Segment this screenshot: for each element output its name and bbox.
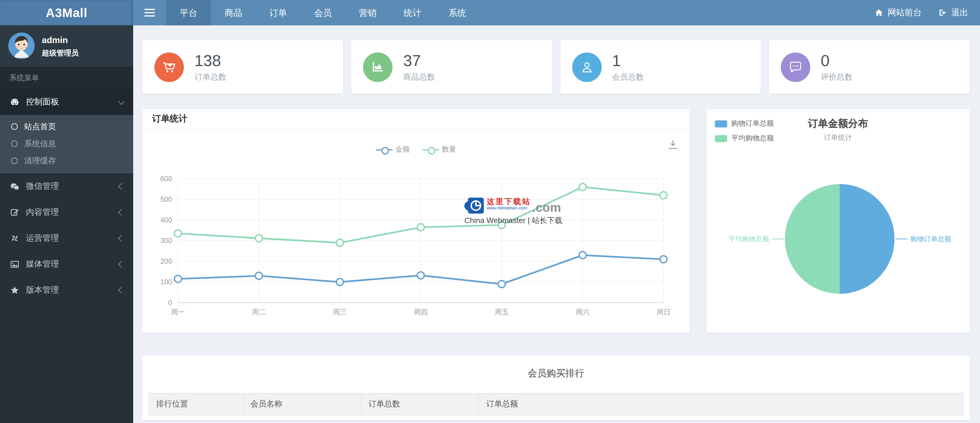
download-icon[interactable] xyxy=(667,139,679,150)
cart-plus-icon xyxy=(154,52,184,82)
stat-value: 1 xyxy=(612,52,644,70)
line-chart-area: 金额数量 0100200300400500600周一周二周三周四周五周六周日 xyxy=(143,129,689,333)
chevron-left-icon xyxy=(118,287,125,294)
pie-label-平均购物总额: 平均购物总额 xyxy=(729,235,769,243)
sidebar: admin 超级管理员 系统菜单 控制面板站点首页系统信息清理缓存微信管理内容管… xyxy=(0,26,133,423)
sidebar-item-label: 微信管理 xyxy=(26,181,59,192)
sidebar-item-微信管理[interactable]: 微信管理 xyxy=(0,174,133,200)
brand-logo[interactable]: A3Mall xyxy=(0,0,133,26)
hamburger-icon xyxy=(145,9,155,10)
svg-text:周一: 周一 xyxy=(171,308,185,316)
order-stats-panel: 订单统计 金额数量 0100200300400500600周一周二周三周四周五周… xyxy=(143,109,689,333)
legend-item-数量[interactable]: 数量 xyxy=(423,145,456,155)
sidebar-item-版本管理[interactable]: 版本管理 xyxy=(0,277,133,303)
member-ranking-panel: 会员购买排行 排行位置会员名称订单总数订单总额 xyxy=(143,356,969,420)
column-header-订单总数: 订单总数 xyxy=(361,393,479,415)
comment-icon xyxy=(781,52,810,82)
stat-label: 订单总数 xyxy=(194,72,226,82)
watermark-site-url: www.Heredown.com xyxy=(487,206,531,211)
submenu-item-label: 清理缓存 xyxy=(24,155,56,166)
column-header-会员名称: 会员名称 xyxy=(243,393,361,415)
submenu-item-label: 站点首页 xyxy=(24,121,56,132)
circle-icon xyxy=(11,140,18,147)
pie-legend-label: 购物订单总额 xyxy=(731,118,774,129)
legend-label: 数量 xyxy=(442,145,456,155)
svg-text:600: 600 xyxy=(160,175,172,183)
chevron-left-icon xyxy=(118,261,125,268)
submenu-item-站点首页[interactable]: 站点首页 xyxy=(0,118,133,135)
avatar-image xyxy=(8,32,35,59)
svg-text:0: 0 xyxy=(168,298,172,306)
legend-line-marker-icon xyxy=(423,146,439,153)
sidebar-item-控制面板[interactable]: 控制面板 xyxy=(0,89,133,115)
submenu-控制面板: 站点首页系统信息清理缓存 xyxy=(0,115,133,174)
chevron-left-icon xyxy=(118,183,125,190)
svg-text:周三: 周三 xyxy=(332,308,347,316)
home-icon xyxy=(875,8,883,17)
pie-label-购物订单总额: 购物订单总额 xyxy=(910,235,951,243)
stat-card-订单总数: 138订单总数 xyxy=(143,39,343,94)
svg-text:200: 200 xyxy=(160,257,172,265)
stat-text: 0评价总数 xyxy=(821,52,853,82)
navbar-link-label: 网站前台 xyxy=(888,7,922,18)
svg-text:300: 300 xyxy=(160,236,172,244)
sidebar-item-媒体管理[interactable]: 媒体管理 xyxy=(0,251,133,277)
navbar-link-网站前台[interactable]: 网站前台 xyxy=(875,7,922,18)
navbar-link-退出[interactable]: 退出 xyxy=(938,7,968,18)
legend-item-金额[interactable]: 金额 xyxy=(376,145,410,155)
avatar xyxy=(8,32,35,59)
circle-icon xyxy=(11,123,18,130)
line-chart-legend: 金额数量 xyxy=(143,145,689,155)
sidebar-item-label: 运营管理 xyxy=(26,233,59,244)
submenu-item-系统信息[interactable]: 系统信息 xyxy=(0,135,133,152)
gauge-icon xyxy=(10,97,19,107)
line-chart[interactable]: 0100200300400500600周一周二周三周四周五周六周日 xyxy=(143,129,689,333)
sidebar-toggle-button[interactable] xyxy=(133,0,166,26)
legend-line-marker-icon xyxy=(376,146,393,153)
stat-label: 商品总数 xyxy=(403,72,435,82)
table-header-row: 排行位置会员名称订单总数订单总额 xyxy=(149,393,963,415)
navbar-link-label: 退出 xyxy=(951,7,968,18)
user-name: admin xyxy=(42,35,79,45)
svg-text:周四: 周四 xyxy=(414,308,428,316)
chevron-left-icon xyxy=(118,235,125,242)
legend-swatch-icon xyxy=(715,135,727,142)
wechat-icon xyxy=(10,181,19,192)
submenu-item-清理缓存[interactable]: 清理缓存 xyxy=(0,152,133,169)
panels-row: 订单统计 金额数量 0100200300400500600周一周二周三周四周五周… xyxy=(143,109,969,333)
nav-tab-统计[interactable]: 统计 xyxy=(390,0,435,26)
nav-tab-平台[interactable]: 平台 xyxy=(166,0,211,26)
nav-tab-会员[interactable]: 会员 xyxy=(301,0,345,26)
stats-row: 138订单总数37商品总数1会员总数0评价总数 xyxy=(143,39,969,94)
sidebar-item-内容管理[interactable]: 内容管理 xyxy=(0,200,133,225)
nav-tab-系统[interactable]: 系统 xyxy=(435,0,480,26)
edit-icon xyxy=(10,208,19,217)
sidebar-item-label: 控制面板 xyxy=(26,97,59,107)
stat-card-会员总数: 1会员总数 xyxy=(560,39,761,94)
nav-tab-订单[interactable]: 订单 xyxy=(256,0,301,26)
legend-label: 金额 xyxy=(395,145,410,155)
nav-tab-商品[interactable]: 商品 xyxy=(211,0,256,26)
watermark-caption: China Webmaster | 站长下载 xyxy=(465,215,563,226)
svg-text:100: 100 xyxy=(160,278,172,286)
logout-icon xyxy=(938,8,947,17)
pinwheel-icon xyxy=(10,233,19,243)
svg-text:周日: 周日 xyxy=(657,308,671,316)
stat-card-商品总数: 37商品总数 xyxy=(352,39,552,94)
sidebar-item-label: 内容管理 xyxy=(26,207,59,218)
sidebar-item-运营管理[interactable]: 运营管理 xyxy=(0,225,133,251)
stat-text: 138订单总数 xyxy=(194,52,226,82)
legend-swatch-icon xyxy=(715,120,727,127)
pie-legend-label: 平均购物总额 xyxy=(731,133,774,144)
stat-text: 1会员总数 xyxy=(612,52,644,82)
stat-value: 0 xyxy=(821,52,853,70)
pie-legend-item-购物订单总额[interactable]: 购物订单总额 xyxy=(715,118,774,129)
stat-text: 37商品总数 xyxy=(403,52,435,82)
sidebar-menu: 控制面板站点首页系统信息清理缓存微信管理内容管理运营管理媒体管理版本管理 xyxy=(0,89,133,303)
order-amount-panel: 购物订单总额平均购物总额 订单金额分布 订单统计 购物订单总额平均购物总额 xyxy=(706,109,969,333)
pie-legend-item-平均购物总额[interactable]: 平均购物总额 xyxy=(715,133,774,144)
circle-icon xyxy=(11,158,18,164)
member-ranking-table: 排行位置会员名称订单总数订单总额 xyxy=(148,393,964,415)
submenu-item-label: 系统信息 xyxy=(24,138,56,149)
nav-tab-营销[interactable]: 营销 xyxy=(345,0,390,26)
